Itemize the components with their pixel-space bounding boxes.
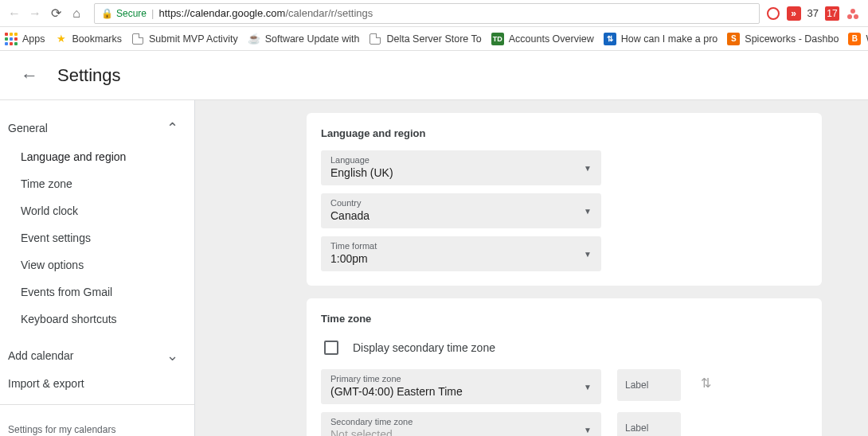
address-bar[interactable]: 🔒 Secure | https://calendar.google.com/c…	[94, 3, 760, 24]
asana-extension-icon[interactable]	[846, 6, 860, 21]
url-path: /calendar/r/settings	[285, 7, 373, 19]
browser-toolbar: ← → ⟳ ⌂ 🔒 Secure | https://calendar.goog…	[0, 0, 868, 27]
forward-icon[interactable]: →	[29, 7, 41, 20]
star-icon: ★	[55, 33, 68, 45]
card-title: Time zone	[321, 313, 807, 325]
blogger-icon: B	[848, 33, 861, 45]
td-icon: TD	[491, 33, 504, 45]
settings-header: ← Settings	[0, 51, 868, 100]
secure-indicator: 🔒 Secure	[101, 8, 147, 19]
dropdown-value: 1:00pm	[330, 252, 592, 265]
bookmark-item[interactable]: ⇅ How can I make a pro	[604, 33, 718, 45]
dropdown-value: Canada	[330, 209, 592, 222]
page-title: Settings	[57, 65, 121, 86]
settings-sidebar: General ⌃ Language and region Time zone …	[0, 100, 195, 436]
calendar-extension-icon[interactable]: 17	[825, 6, 839, 21]
caret-down-icon: ▼	[584, 207, 592, 216]
sidebar-section-label: Add calendar	[8, 349, 74, 362]
bookmark-label: Software Update with	[265, 33, 360, 45]
language-region-card: Language and region Language English (UK…	[307, 113, 822, 286]
dropdown-label: Time format	[330, 241, 592, 251]
sidebar-mycalendars-heading: Settings for my calendars	[0, 413, 194, 436]
bookmark-item[interactable]: TD Accounts Overview	[491, 33, 594, 45]
chevron-up-icon: ⌃	[166, 119, 178, 137]
opera-extension-icon[interactable]	[766, 6, 780, 21]
reload-icon[interactable]: ⟳	[49, 7, 62, 20]
language-dropdown[interactable]: Language English (UK) ▼	[321, 150, 601, 185]
secondary-timezone-dropdown[interactable]: Secondary time zone Not selected ▼	[321, 412, 601, 436]
secure-label: Secure	[116, 8, 147, 19]
dropdown-label: Secondary time zone	[330, 417, 592, 426]
apps-icon	[5, 33, 18, 45]
stackexchange-icon: ⇅	[604, 33, 616, 45]
primary-timezone-dropdown[interactable]: Primary time zone (GMT-04:00) Eastern Ti…	[321, 369, 601, 404]
apps-shortcut[interactable]: Apps	[5, 33, 45, 45]
bookmark-item[interactable]: Delta Server Store To	[369, 33, 481, 45]
caret-down-icon: ▼	[584, 426, 592, 434]
secondary-timezone-checkbox[interactable]	[324, 341, 338, 355]
lock-icon: 🔒	[101, 8, 113, 19]
caret-down-icon: ▼	[584, 164, 592, 173]
dropdown-label: Language	[330, 155, 592, 165]
extension-icon[interactable]: »	[787, 6, 801, 21]
bookmark-label: Accounts Overview	[509, 33, 594, 45]
back-arrow-icon[interactable]: ←	[21, 65, 38, 86]
back-icon[interactable]: ←	[8, 7, 21, 20]
sidebar-item-eventsettings[interactable]: Event settings	[0, 224, 194, 251]
sidebar-section-general[interactable]: General ⌃	[0, 113, 194, 143]
sidebar-section-label: General	[8, 122, 48, 134]
bookmarks-bar: Apps ★ Bookmarks Submit MVP Activity ☕ S…	[0, 27, 868, 51]
sidebar-item-timezone[interactable]: Time zone	[0, 170, 194, 197]
sidebar-item-gmailevents[interactable]: Events from Gmail	[0, 278, 194, 306]
dropdown-value: English (UK)	[330, 166, 592, 179]
bookmark-label: Delta Server Store To	[386, 33, 481, 45]
dropdown-label: Country	[330, 198, 592, 208]
sidebar-item-importexport[interactable]: Import & export	[0, 371, 194, 396]
url-host: https://calendar.google.com	[158, 7, 285, 19]
page-icon	[369, 33, 381, 45]
dropdown-label: Primary time zone	[330, 374, 592, 383]
caret-down-icon: ▼	[584, 383, 592, 391]
dropdown-value: Not selected	[330, 428, 592, 436]
apps-label: Apps	[22, 33, 45, 45]
bookmark-label: How can I make a pro	[621, 33, 718, 45]
settings-content: Language and region Language English (UK…	[195, 100, 868, 436]
bookmark-item[interactable]: B Wir	[848, 33, 868, 45]
tab-count: 37	[807, 7, 819, 19]
card-title: Language and region	[321, 127, 807, 139]
sidebar-item-shortcuts[interactable]: Keyboard shortcuts	[0, 306, 194, 333]
timeformat-dropdown[interactable]: Time format 1:00pm ▼	[321, 236, 601, 271]
sidebar-item-worldclock[interactable]: World clock	[0, 197, 194, 224]
bookmark-item[interactable]: S Spiceworks - Dashbo	[727, 33, 839, 45]
bookmarks-label: Bookmarks	[72, 33, 123, 45]
spiceworks-icon: S	[727, 33, 740, 45]
bookmark-label: Spiceworks - Dashbo	[745, 33, 839, 45]
sidebar-item-label: Import & export	[8, 377, 84, 390]
sidebar-item-language[interactable]: Language and region	[0, 143, 194, 170]
page-icon	[131, 33, 144, 45]
sidebar-section-addcalendar[interactable]: Add calendar ⌄	[0, 341, 194, 371]
chevron-down-icon: ⌄	[166, 347, 178, 364]
input-placeholder: Label	[625, 422, 648, 434]
checkbox-label: Display secondary time zone	[353, 341, 495, 354]
bookmarks-folder[interactable]: ★ Bookmarks	[55, 33, 123, 45]
home-icon[interactable]: ⌂	[70, 7, 83, 20]
bookmark-item[interactable]: ☕ Software Update with	[248, 33, 360, 45]
caret-down-icon: ▼	[584, 250, 592, 259]
input-placeholder: Label	[625, 380, 648, 391]
secondary-timezone-label-input[interactable]: Label	[617, 412, 681, 436]
timezone-card: Time zone Display secondary time zone Pr…	[307, 298, 822, 436]
sidebar-item-viewoptions[interactable]: View options	[0, 251, 194, 278]
country-dropdown[interactable]: Country Canada ▼	[321, 193, 601, 228]
swap-timezones-icon[interactable]: ⇅	[697, 374, 714, 391]
software-update-icon: ☕	[248, 33, 260, 45]
bookmark-item[interactable]: Submit MVP Activity	[131, 33, 238, 45]
bookmark-label: Submit MVP Activity	[149, 33, 238, 45]
dropdown-value: (GMT-04:00) Eastern Time	[330, 385, 592, 398]
primary-timezone-label-input[interactable]: Label	[617, 369, 681, 401]
